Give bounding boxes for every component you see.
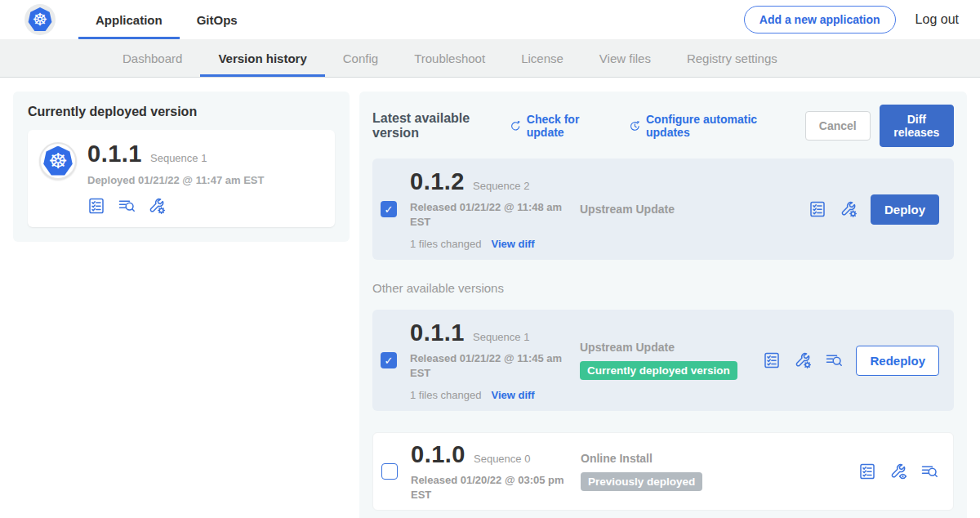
version-source-label: Upstream Update [580, 203, 808, 216]
currently-deployed-panel: Currently deployed version ☸ 0.1.1 Seque… [13, 92, 350, 242]
other-versions-title: Other available versions [372, 281, 954, 295]
subnav-dashboard[interactable]: Dashboard [105, 39, 200, 77]
version-checkbox[interactable]: ✓ [381, 463, 398, 480]
deployed-sequence-label: Sequence 1 [150, 152, 207, 164]
view-config-icon[interactable] [889, 462, 907, 480]
app-sub-nav: Dashboard Version history Config Trouble… [0, 39, 980, 78]
version-source-label: Online Install [581, 452, 858, 465]
check-for-update-link[interactable]: Check for update [510, 113, 608, 139]
redeploy-button[interactable]: Redeploy [856, 346, 939, 376]
edit-config-icon[interactable] [794, 351, 812, 369]
released-timestamp: Released 01/21/22 @ 11:48 am EST [410, 200, 570, 229]
available-panel-header: Latest available version Check for updat… [372, 105, 954, 147]
tab-gitops[interactable]: GitOps [180, 0, 255, 39]
version-number: 0.1.2 [410, 168, 465, 195]
preflight-checks-icon[interactable] [763, 351, 781, 369]
kubernetes-wheel-icon: ☸ [28, 7, 52, 32]
view-diff-link[interactable]: View diff [491, 389, 534, 401]
files-changed-label: 1 files changed [410, 238, 481, 250]
main-content: Currently deployed version ☸ 0.1.1 Seque… [0, 78, 980, 518]
preflight-checks-icon[interactable] [808, 200, 826, 218]
deploy-logs-icon[interactable] [118, 197, 136, 215]
version-number: 0.1.1 [410, 319, 465, 346]
preflight-checks-icon[interactable] [87, 197, 105, 215]
edit-config-icon[interactable] [840, 200, 858, 218]
add-application-button[interactable]: Add a new application [744, 6, 896, 33]
deployed-version-card: ☸ 0.1.1 Sequence 1 Deployed 01/21/22 @ 1… [28, 130, 335, 227]
version-checkbox[interactable]: ✓ [381, 201, 397, 217]
subnav-view-files[interactable]: View files [581, 39, 669, 77]
auto-update-clock-icon [629, 119, 641, 133]
previously-deployed-badge: Previously deployed [581, 472, 702, 491]
available-panel-title: Latest available version [372, 111, 501, 141]
diff-releases-button[interactable]: Diff releases [880, 105, 954, 147]
subnav-registry-settings[interactable]: Registry settings [669, 39, 795, 77]
subnav-troubleshoot[interactable]: Troubleshoot [396, 39, 503, 77]
deploy-logs-icon[interactable] [920, 462, 938, 480]
version-number: 0.1.0 [411, 441, 466, 468]
released-timestamp: Released 01/21/22 @ 11:45 am EST [410, 351, 570, 380]
released-timestamp: Released 01/20/22 @ 03:05 pm EST [411, 473, 571, 502]
tab-application[interactable]: Application [78, 0, 180, 39]
subnav-version-history[interactable]: Version history [200, 39, 324, 77]
subnav-config[interactable]: Config [325, 39, 396, 77]
currently-deployed-badge: Currently deployed version [580, 361, 737, 380]
version-source-label: Upstream Update [580, 341, 763, 354]
available-versions-panel: Latest available version Check for updat… [359, 92, 967, 518]
configure-automatic-updates-link[interactable]: Configure automatic updates [629, 113, 784, 139]
preflight-checks-icon[interactable] [858, 462, 876, 480]
sequence-label: Sequence 0 [474, 453, 530, 465]
version-card-0-1-1: ✓ 0.1.1 Sequence 1 Released 01/21/22 @ 1… [372, 310, 954, 411]
deploy-logs-icon[interactable] [825, 351, 843, 369]
deployed-version-number: 0.1.1 [87, 141, 142, 167]
version-checkbox[interactable]: ✓ [381, 352, 397, 368]
sequence-label: Sequence 2 [473, 180, 529, 192]
deploy-button[interactable]: Deploy [871, 194, 939, 225]
deployed-timestamp: Deployed 01/21/22 @ 11:47 am EST [87, 174, 264, 186]
version-card-0-1-2: ✓ 0.1.2 Sequence 2 Released 01/21/22 @ 1… [372, 159, 954, 260]
kubernetes-logo: ☸ [24, 4, 56, 35]
cancel-button[interactable]: Cancel [805, 111, 871, 141]
kubernetes-wheel-icon: ☸ [43, 146, 74, 176]
subnav-license[interactable]: License [503, 39, 581, 77]
edit-config-icon[interactable] [148, 197, 166, 215]
sequence-label: Sequence 1 [473, 331, 529, 343]
top-nav: ☸ Application GitOps Add a new applicati… [0, 0, 980, 39]
version-card-0-1-0: ✓ 0.1.0 Sequence 0 Released 01/20/22 @ 0… [372, 432, 954, 511]
refresh-icon [510, 119, 522, 133]
view-diff-link[interactable]: View diff [491, 238, 534, 250]
app-logo: ☸ [39, 142, 77, 180]
top-nav-tabs: Application GitOps [78, 0, 255, 39]
files-changed-label: 1 files changed [410, 389, 481, 401]
deployed-panel-title: Currently deployed version [28, 105, 335, 119]
logout-link[interactable]: Log out [915, 12, 959, 27]
